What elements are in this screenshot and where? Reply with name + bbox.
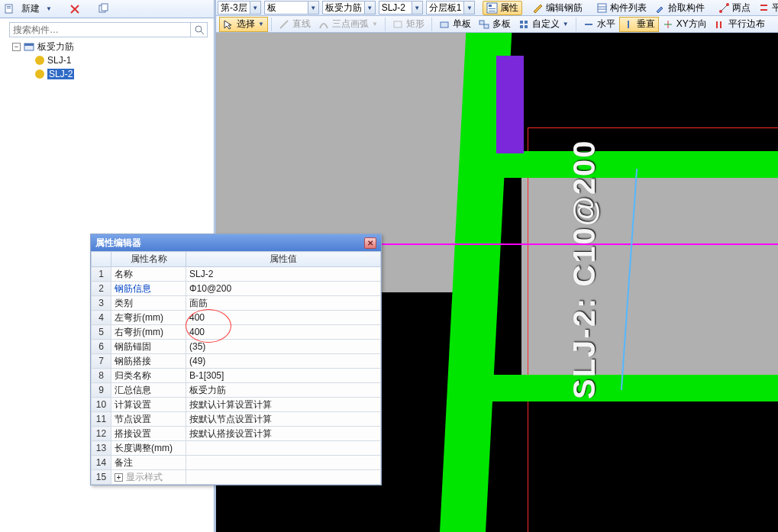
parallel-edge-button[interactable]: 平行边布 xyxy=(711,17,769,32)
property-editor-titlebar[interactable]: 属性编辑器 ✕ xyxy=(91,234,381,251)
property-editor-title: 属性编辑器 xyxy=(95,237,141,250)
row-number: 15 xyxy=(92,470,111,485)
rect-tool-button[interactable]: 矩形 xyxy=(389,17,428,32)
chevron-down-icon[interactable]: ▼ xyxy=(412,1,423,15)
tree-item-slj2[interactable]: SLJ-2 xyxy=(12,67,207,81)
horizontal-icon xyxy=(583,19,594,30)
multi-slab-button[interactable]: 多板 xyxy=(475,17,515,32)
chevron-down-icon[interactable]: ▼ xyxy=(250,1,261,15)
close-button[interactable]: ✕ xyxy=(364,237,376,249)
separator xyxy=(385,18,386,31)
property-row[interactable]: 1名称SLJ-2 xyxy=(92,267,381,282)
chevron-down-icon[interactable]: ▼ xyxy=(563,21,569,27)
property-row[interactable]: 3类别面筋 xyxy=(92,296,381,311)
copy-icon[interactable] xyxy=(98,3,110,15)
collapse-icon[interactable]: − xyxy=(12,43,21,51)
layer-combo[interactable]: 分层板1▼ xyxy=(426,1,476,15)
chevron-down-icon[interactable]: ▼ xyxy=(464,1,475,15)
pick-member-button[interactable]: 拾取构件 xyxy=(650,1,709,15)
property-value[interactable]: 400 xyxy=(186,311,381,325)
tree-root[interactable]: − 板受力筋 xyxy=(12,40,207,53)
property-row[interactable]: 2钢筋信息Φ10@200 xyxy=(92,282,381,296)
line-tool-button[interactable]: 直线 xyxy=(275,17,315,32)
custom-button[interactable]: 自定义 ▼ xyxy=(515,17,573,32)
two-point-button[interactable]: 两点 xyxy=(715,1,754,15)
property-row[interactable]: 8归类名称B-1[305] xyxy=(92,369,381,383)
member-list-label: 构件列表 xyxy=(610,2,647,15)
properties-button[interactable]: 属性 xyxy=(483,1,522,15)
floor-combo[interactable]: 第-3层▼ xyxy=(218,1,261,15)
arc3-tool-button[interactable]: 三点画弧 ▼ xyxy=(315,17,382,32)
property-name: 名称 xyxy=(111,267,186,282)
property-name: 钢筋信息 xyxy=(111,282,186,296)
property-row[interactable]: 7钢筋搭接(49) xyxy=(92,354,381,369)
vertical-label: 垂直 xyxy=(637,18,655,31)
expand-icon[interactable]: + xyxy=(115,473,123,482)
list-icon xyxy=(596,2,608,14)
subtype-combo[interactable]: 板受力筋▼ xyxy=(322,1,376,15)
property-value[interactable]: SLJ-2 xyxy=(186,267,381,282)
line-icon xyxy=(279,19,289,30)
multi-slab-icon xyxy=(479,19,489,30)
xy-button[interactable]: XY方向 xyxy=(659,17,711,32)
member-combo[interactable]: SLJ-2▼ xyxy=(379,1,423,15)
property-row[interactable]: 15+显示样式 xyxy=(92,470,381,485)
vertical-button[interactable]: 垂直 xyxy=(619,17,659,32)
chevron-down-icon[interactable]: ▼ xyxy=(258,21,264,27)
property-value[interactable] xyxy=(186,456,381,470)
property-name: 搭接设置 xyxy=(111,427,186,441)
row-number: 8 xyxy=(92,369,111,383)
chevron-down-icon[interactable]: ▼ xyxy=(308,1,319,15)
property-value[interactable]: B-1[305] xyxy=(186,369,381,383)
property-value[interactable]: 面筋 xyxy=(186,296,381,311)
tree-item-slj1[interactable]: SLJ-1 xyxy=(12,53,207,67)
delete-icon[interactable] xyxy=(69,3,81,15)
line-label: 直线 xyxy=(292,18,311,31)
property-value[interactable]: 板受力筋 xyxy=(186,383,381,398)
search-button[interactable] xyxy=(191,22,208,37)
property-value[interactable]: 400 xyxy=(186,325,381,340)
property-value[interactable]: 按默认节点设置计算 xyxy=(186,412,381,427)
separator xyxy=(576,18,576,31)
svg-rect-16 xyxy=(598,4,606,12)
row-number: 9 xyxy=(92,383,111,398)
property-value[interactable]: Φ10@200 xyxy=(186,282,381,296)
tree-root-label: 板受力筋 xyxy=(37,40,74,53)
new-label[interactable]: 新建 xyxy=(21,2,40,15)
edit-rebar-button[interactable]: 编辑钢筋 xyxy=(528,1,586,15)
property-row[interactable]: 4左弯折(mm)400 xyxy=(92,311,381,325)
property-row[interactable]: 14备注 xyxy=(92,456,381,470)
left-mini-toolbar: 新建 ▼ xyxy=(0,0,214,18)
svg-marker-15 xyxy=(534,5,542,13)
chevron-down-icon[interactable]: ▼ xyxy=(365,1,376,15)
property-value[interactable]: 按默认计算设置计算 xyxy=(186,398,381,412)
svg-rect-6 xyxy=(102,4,108,11)
property-row[interactable]: 11节点设置按默认节点设置计算 xyxy=(92,412,381,427)
property-value[interactable]: (35) xyxy=(186,340,381,354)
property-row[interactable]: 12搭接设置按默认搭接设置计算 xyxy=(92,427,381,441)
horizontal-button[interactable]: 水平 xyxy=(579,17,619,32)
property-value[interactable] xyxy=(186,441,381,456)
svg-rect-29 xyxy=(484,24,489,28)
property-row[interactable]: 5右弯折(mm)400 xyxy=(92,325,381,340)
new-icon[interactable] xyxy=(3,3,15,15)
member-list-button[interactable]: 构件列表 xyxy=(592,1,650,15)
property-value[interactable]: (49) xyxy=(186,354,381,369)
parallel-button[interactable]: 平行 xyxy=(754,1,778,15)
svg-rect-30 xyxy=(520,21,523,24)
dropdown-arrow-icon[interactable]: ▼ xyxy=(46,5,52,12)
property-row[interactable]: 10计算设置按默认计算设置计算 xyxy=(92,398,381,412)
cursor-icon xyxy=(223,19,234,30)
layer-value: 分层板1 xyxy=(426,1,465,15)
single-slab-button[interactable]: 单板 xyxy=(435,17,475,32)
gear-icon xyxy=(35,56,44,65)
tree-item-label: SLJ-2 xyxy=(47,69,74,79)
property-row[interactable]: 13长度调整(mm) xyxy=(92,441,381,456)
type-combo[interactable]: 板▼ xyxy=(264,1,319,15)
property-value[interactable]: 按默认搭接设置计算 xyxy=(186,427,381,441)
property-row[interactable]: 9汇总信息板受力筋 xyxy=(92,383,381,398)
property-value[interactable] xyxy=(186,470,381,485)
select-tool-button[interactable]: 选择 ▼ xyxy=(219,17,268,32)
search-input[interactable] xyxy=(9,22,191,37)
property-row[interactable]: 6钢筋锚固(35) xyxy=(92,340,381,354)
